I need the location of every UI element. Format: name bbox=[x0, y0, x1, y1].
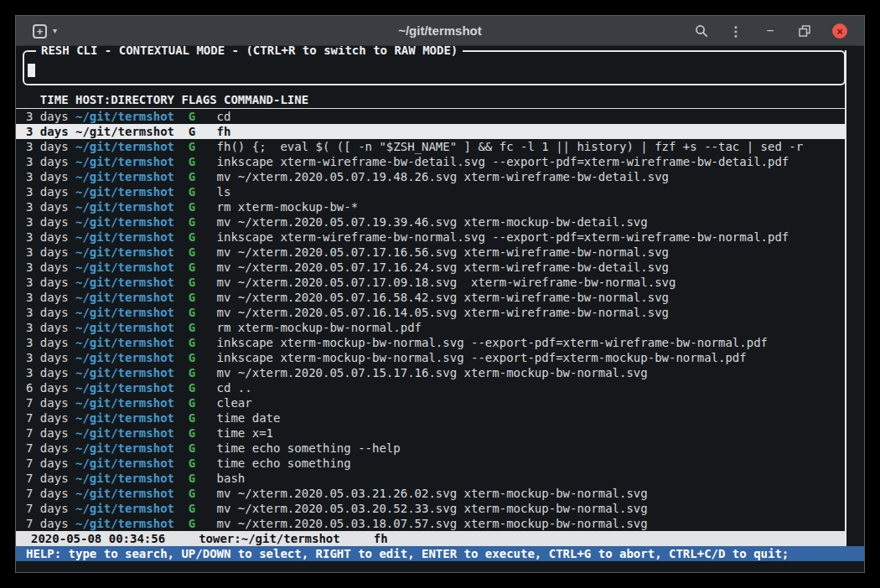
history-row[interactable]: 6 days~/git/termshotGcd .. bbox=[16, 380, 846, 395]
row-host: ~/git/termshot bbox=[75, 214, 189, 230]
row-command: inkscape xterm-wireframe-bw-detail.svg -… bbox=[217, 155, 789, 168]
row-flags: G bbox=[189, 305, 217, 320]
restore-icon bbox=[799, 25, 810, 37]
row-flags: G bbox=[189, 456, 217, 471]
row-flags: G bbox=[189, 184, 217, 199]
row-flags: G bbox=[189, 516, 217, 531]
close-icon: × bbox=[836, 26, 843, 37]
row-time: 7 days bbox=[26, 471, 75, 486]
status-datetime: 2020-05-08 00:34:56 bbox=[31, 531, 165, 546]
history-row[interactable]: 3 days~/git/termshotGrm xterm-mockup-bw-… bbox=[16, 320, 846, 335]
history-row[interactable]: 3 days~/git/termshotGinkscape xterm-mock… bbox=[16, 350, 846, 365]
row-host: ~/git/termshot bbox=[75, 124, 189, 139]
header-time: TIME bbox=[26, 92, 75, 108]
row-time: 3 days bbox=[26, 320, 75, 335]
history-row[interactable]: 7 days~/git/termshotGbash bbox=[16, 471, 846, 486]
history-row[interactable]: 7 days~/git/termshotGtime echo something… bbox=[16, 441, 846, 456]
row-host: ~/git/termshot bbox=[75, 109, 189, 124]
history-row[interactable]: 3 days~/git/termshotGmv ~/xterm.2020.05.… bbox=[16, 260, 846, 275]
menu-button[interactable]: ⋮ bbox=[729, 22, 743, 40]
row-flags: G bbox=[189, 486, 217, 501]
row-flags: G bbox=[189, 275, 217, 290]
row-host: ~/git/termshot bbox=[75, 260, 189, 275]
row-host: ~/git/termshot bbox=[75, 305, 189, 320]
history-row[interactable]: 7 days~/git/termshotGclear bbox=[16, 395, 846, 410]
row-command: time date bbox=[217, 411, 281, 425]
row-flags: G bbox=[189, 109, 217, 124]
row-host: ~/git/termshot bbox=[75, 199, 189, 214]
row-time: 7 days bbox=[26, 456, 75, 471]
close-button[interactable]: × bbox=[832, 23, 847, 39]
row-flags: G bbox=[189, 395, 217, 410]
history-row[interactable]: 7 days~/git/termshotGmv ~/xterm.2020.05.… bbox=[16, 501, 846, 516]
row-command: inkscape xterm-mockup-bw-normal.svg --ex… bbox=[217, 351, 747, 364]
row-host: ~/git/termshot bbox=[75, 471, 189, 486]
row-command: inkscape xterm-wireframe-bw-normal.svg -… bbox=[217, 230, 789, 244]
row-host: ~/git/termshot bbox=[75, 335, 189, 350]
header-host: HOST:DIRECTORY bbox=[75, 92, 181, 108]
history-row[interactable]: 3 days~/git/termshotGfh() {; eval $( ([ … bbox=[16, 139, 846, 154]
row-flags: G bbox=[189, 426, 217, 441]
history-row[interactable]: 3 days~/git/termshotGmv ~/xterm.2020.05.… bbox=[16, 214, 846, 230]
status-location: tower:~/git/termshot bbox=[199, 531, 340, 546]
history-list: 3 days~/git/termshotGcd 3 days~/git/term… bbox=[16, 109, 846, 531]
terminal-screen[interactable]: RESH CLI - CONTEXTUAL MODE - (CTRL+R to … bbox=[16, 46, 864, 572]
row-command: rm xterm-mockup-bw-normal.pdf bbox=[217, 321, 422, 334]
history-row[interactable]: 3 days~/git/termshotGrm xterm-mockup-bw-… bbox=[16, 199, 846, 214]
minimize-button[interactable]: − bbox=[764, 22, 777, 40]
search-button[interactable] bbox=[695, 22, 708, 40]
history-row[interactable]: 3 days~/git/termshotGfh bbox=[16, 124, 846, 139]
history-row[interactable]: 3 days~/git/termshotGmv ~/xterm.2020.05.… bbox=[16, 275, 846, 290]
row-time: 3 days bbox=[26, 305, 75, 320]
row-time: 3 days bbox=[26, 139, 75, 154]
restore-button[interactable] bbox=[798, 22, 811, 40]
history-row[interactable]: 3 days~/git/termshotGmv ~/xterm.2020.05.… bbox=[16, 245, 846, 260]
status-bar: 2020-05-08 00:34:56 tower:~/git/termshot… bbox=[16, 531, 846, 546]
search-icon bbox=[695, 24, 708, 38]
row-command: mv ~/xterm.2020.05.07.19.48.26.svg xterm… bbox=[217, 170, 669, 183]
row-flags: G bbox=[189, 441, 217, 456]
chevron-down-icon[interactable]: ▾ bbox=[53, 27, 57, 35]
row-command: fh bbox=[217, 125, 231, 138]
row-command: rm xterm-mockup-bw-* bbox=[217, 200, 359, 214]
resh-search-box[interactable]: RESH CLI - CONTEXTUAL MODE - (CTRL+R to … bbox=[23, 50, 846, 85]
history-header: TIMEHOST:DIRECTORYFLAGSCOMMAND-LINE bbox=[16, 92, 846, 109]
row-time: 3 days bbox=[26, 245, 75, 260]
titlebar[interactable]: + ▾ ~/git/termshot ⋮ − bbox=[16, 16, 864, 46]
history-row[interactable]: 3 days~/git/termshotGmv ~/xterm.2020.05.… bbox=[16, 365, 846, 380]
history-row[interactable]: 3 days~/git/termshotGls bbox=[16, 184, 846, 199]
history-row[interactable]: 7 days~/git/termshotGtime x=1 bbox=[16, 426, 846, 441]
history-row[interactable]: 3 days~/git/termshotGinkscape xterm-wire… bbox=[16, 230, 846, 245]
row-time: 3 days bbox=[26, 214, 75, 230]
history-row[interactable]: 3 days~/git/termshotGinkscape xterm-wire… bbox=[16, 154, 846, 169]
row-flags: G bbox=[189, 350, 217, 365]
history-row[interactable]: 3 days~/git/termshotGcd bbox=[16, 109, 846, 124]
row-flags: G bbox=[189, 260, 217, 275]
row-command: mv ~/xterm.2020.05.03.18.07.57.svg xterm… bbox=[217, 517, 648, 530]
history-row[interactable]: 3 days~/git/termshotGmv ~/xterm.2020.05.… bbox=[16, 305, 846, 320]
row-host: ~/git/termshot bbox=[75, 139, 189, 154]
row-time: 7 days bbox=[26, 410, 75, 426]
row-flags: G bbox=[189, 214, 217, 230]
history-row[interactable]: 3 days~/git/termshotGmv ~/xterm.2020.05.… bbox=[16, 290, 846, 305]
row-time: 3 days bbox=[26, 290, 75, 305]
history-row[interactable]: 7 days~/git/termshotGtime echo something bbox=[16, 456, 846, 471]
row-host: ~/git/termshot bbox=[75, 456, 189, 471]
row-flags: G bbox=[189, 199, 217, 214]
row-host: ~/git/termshot bbox=[75, 486, 189, 501]
new-tab-button[interactable]: + bbox=[33, 24, 47, 39]
history-row[interactable]: 3 days~/git/termshotGinkscape xterm-mock… bbox=[16, 335, 846, 350]
row-flags: G bbox=[189, 230, 217, 245]
row-host: ~/git/termshot bbox=[75, 516, 189, 531]
row-command: fh() {; eval $( ([ -n "$ZSH_NAME" ] && f… bbox=[217, 140, 804, 153]
history-row[interactable]: 7 days~/git/termshotGmv ~/xterm.2020.05.… bbox=[16, 486, 846, 501]
history-row[interactable]: 3 days~/git/termshotGmv ~/xterm.2020.05.… bbox=[16, 169, 846, 184]
row-host: ~/git/termshot bbox=[75, 426, 189, 441]
row-flags: G bbox=[189, 365, 217, 380]
row-host: ~/git/termshot bbox=[75, 501, 189, 516]
row-time: 7 days bbox=[26, 426, 75, 441]
history-row[interactable]: 7 days~/git/termshotGmv ~/xterm.2020.05.… bbox=[16, 516, 846, 531]
row-command: mv ~/xterm.2020.05.07.16.58.42.svg xterm… bbox=[217, 291, 669, 304]
row-command: bash bbox=[217, 472, 246, 485]
history-row[interactable]: 7 days~/git/termshotGtime date bbox=[16, 410, 846, 426]
